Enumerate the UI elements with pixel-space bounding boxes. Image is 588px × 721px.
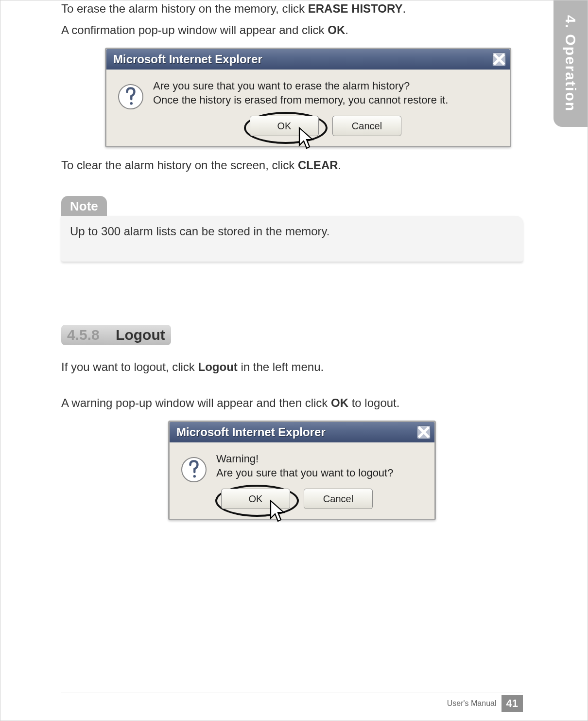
cancel-button[interactable]: Cancel	[332, 116, 401, 136]
text: A warning pop-up window will appear and …	[61, 396, 331, 409]
button-label: Cancel	[323, 493, 353, 505]
text: .	[402, 2, 406, 15]
question-icon	[118, 84, 143, 109]
logout-keyword: Logout	[198, 360, 237, 373]
close-icon[interactable]	[417, 425, 431, 439]
dialog-button-row: OK Cancel	[221, 489, 423, 509]
text: A confirmation pop-up window will appear…	[61, 23, 328, 36]
dialog-figure-1: Microsoft Internet Explorer Are	[105, 48, 523, 147]
text: .	[345, 23, 348, 36]
text: To clear the alarm history on the screen…	[61, 158, 298, 172]
ok-keyword: OK	[328, 23, 345, 36]
section-number: 4.5.8	[67, 327, 100, 343]
ok-button[interactable]: OK	[221, 489, 290, 509]
note-box: Up to 300 alarm lists can be stored in t…	[61, 216, 523, 262]
text: .	[338, 158, 342, 172]
text: If you want to logout, click	[61, 360, 198, 373]
ok-button-highlight: OK	[250, 116, 319, 136]
ok-button[interactable]: OK	[250, 116, 319, 136]
dialog-button-row: OK Cancel	[153, 116, 498, 136]
confirm-dialog-logout: Microsoft Internet Explorer War	[168, 421, 436, 520]
clear-keyword: CLEAR	[298, 158, 338, 172]
page-footer: User's Manual 41	[61, 692, 523, 715]
erase-history-keyword: ERASE HISTORY	[308, 2, 403, 15]
dialog-body: Are you sure that you want to erase the …	[106, 70, 510, 146]
text: Warning!	[216, 453, 259, 465]
intro-paragraph-1: To erase the alarm history on the memory…	[61, 0, 523, 17]
text: in the left menu.	[238, 360, 324, 373]
logout-paragraph-1: If you want to logout, click Logout in t…	[61, 359, 523, 375]
button-label: OK	[277, 121, 292, 132]
dialog-figure-2: Microsoft Internet Explorer War	[105, 421, 523, 520]
text: Once the history is erased from memory, …	[153, 94, 448, 106]
cancel-button[interactable]: Cancel	[304, 489, 373, 509]
section-title: Logout	[116, 327, 165, 343]
section-heading: 4.5.8 Logout	[61, 325, 171, 345]
text: To erase the alarm history on the memory…	[61, 2, 308, 15]
ok-keyword: OK	[331, 396, 348, 409]
dialog-message: Are you sure that you want to erase the …	[153, 79, 498, 107]
intro-paragraph-2: A confirmation pop-up window will appear…	[61, 22, 523, 38]
note-block: Note Up to 300 alarm lists can be stored…	[61, 178, 523, 262]
button-label: OK	[249, 493, 263, 505]
note-label: Note	[61, 196, 107, 216]
clear-instruction: To clear the alarm history on the screen…	[61, 157, 523, 174]
note-text: Up to 300 alarm lists can be stored in t…	[70, 225, 329, 238]
text: to logout.	[348, 396, 399, 409]
chapter-side-tab-label: 4. Operation	[562, 15, 579, 112]
text: Are you sure that you want to erase the …	[153, 80, 410, 92]
question-icon	[181, 457, 207, 482]
ok-button-highlight: OK	[221, 489, 290, 509]
text: Are you sure that you want to logout?	[216, 467, 393, 479]
svg-point-0	[130, 102, 133, 105]
logout-paragraph-2: A warning pop-up window will appear and …	[61, 395, 523, 411]
chapter-side-tab: 4. Operation	[553, 0, 588, 127]
dialog-message: Warning! Are you sure that you want to l…	[216, 452, 423, 480]
dialog-title: Microsoft Internet Explorer	[176, 425, 326, 439]
confirm-dialog-erase: Microsoft Internet Explorer Are	[105, 48, 511, 147]
footer-label: User's Manual	[447, 699, 497, 708]
page-number: 41	[502, 695, 523, 712]
dialog-titlebar: Microsoft Internet Explorer	[106, 49, 510, 70]
close-icon[interactable]	[492, 53, 506, 66]
dialog-body: Warning! Are you sure that you want to l…	[170, 442, 434, 519]
svg-point-1	[193, 475, 196, 478]
manual-page: 4. Operation To erase the alarm history …	[0, 0, 588, 721]
button-label: Cancel	[352, 121, 382, 132]
dialog-titlebar: Microsoft Internet Explorer	[170, 422, 434, 442]
page-content: To erase the alarm history on the memory…	[61, 0, 523, 721]
dialog-title: Microsoft Internet Explorer	[113, 53, 262, 66]
